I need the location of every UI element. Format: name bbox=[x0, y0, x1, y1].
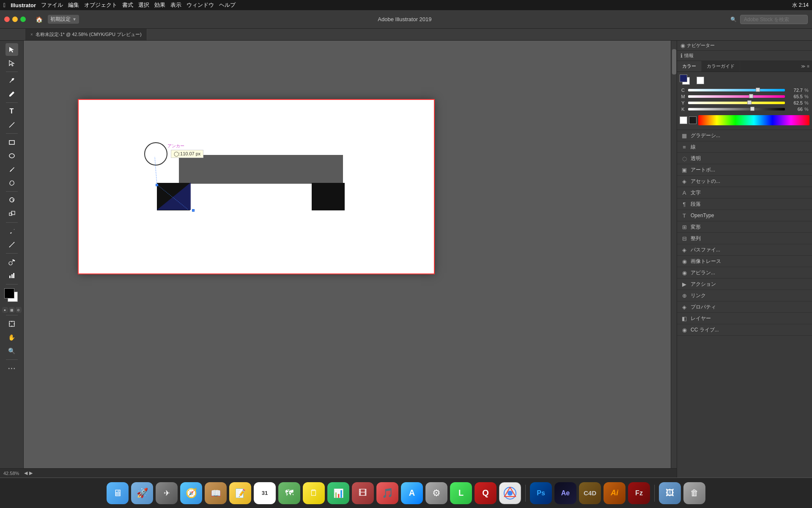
rotate-tool[interactable] bbox=[5, 194, 18, 207]
anchor-point-1[interactable] bbox=[156, 184, 158, 186]
dock-cinema4d[interactable]: C4D bbox=[579, 482, 601, 504]
black-rect-right[interactable] bbox=[312, 183, 345, 210]
panel-item-assets[interactable]: ◈ アセットの... bbox=[677, 176, 812, 187]
y-value[interactable]: 62.5 bbox=[787, 100, 803, 105]
color-spectrum[interactable] bbox=[698, 115, 809, 125]
color-mode-gradient[interactable]: ▦ bbox=[9, 307, 15, 313]
selection-tool[interactable] bbox=[5, 43, 18, 56]
menu-window[interactable]: ウィンドウ bbox=[187, 1, 214, 9]
prev-artboard[interactable]: ◀ bbox=[24, 470, 27, 476]
vertical-scrollbar[interactable] bbox=[671, 41, 677, 478]
m-slider-thumb[interactable] bbox=[749, 94, 753, 98]
color-mode-none[interactable]: ⊘ bbox=[16, 307, 22, 313]
dock-music[interactable]: 🎵 bbox=[376, 482, 398, 504]
panel-item-opentype[interactable]: T OpenType bbox=[677, 210, 812, 221]
dock-aftereffects[interactable]: Ae bbox=[554, 482, 576, 504]
panel-menu-icon[interactable]: ≡ bbox=[807, 64, 809, 69]
menu-view[interactable]: 表示 bbox=[170, 1, 181, 9]
tab-color[interactable]: カラー bbox=[677, 61, 702, 72]
panel-item-pathfinder[interactable]: ◈ パスファイ... bbox=[677, 244, 812, 256]
canvas-area[interactable]: アンカー ◯:110.07 px bbox=[24, 41, 677, 478]
m-slider[interactable] bbox=[688, 95, 785, 98]
artboard-tool[interactable] bbox=[5, 318, 18, 330]
black-swatch[interactable] bbox=[689, 116, 697, 124]
c-slider-thumb[interactable] bbox=[756, 88, 760, 92]
dock-photoshop[interactable]: Ps bbox=[530, 482, 552, 504]
stroke-square[interactable] bbox=[697, 77, 704, 84]
menu-select[interactable]: 選択 bbox=[138, 1, 149, 9]
dock-numbers[interactable]: 📊 bbox=[327, 482, 349, 504]
vscroll-thumb[interactable] bbox=[672, 49, 676, 75]
dock-chrome[interactable] bbox=[499, 482, 521, 504]
dock-filezilla[interactable]: Fz bbox=[628, 482, 650, 504]
line-tool[interactable] bbox=[5, 119, 18, 131]
dock-maps[interactable]: 🗺 bbox=[278, 482, 300, 504]
dock-keynote[interactable]: 🎞 bbox=[352, 482, 374, 504]
panel-item-paragraph[interactable]: ¶ 段落 bbox=[677, 199, 812, 210]
dock-calendar[interactable]: 31 bbox=[254, 482, 276, 504]
dock-qbrowser[interactable]: Q bbox=[475, 482, 497, 504]
panel-item-align[interactable]: ⊟ 整列 bbox=[677, 233, 812, 244]
pen-tool[interactable] bbox=[5, 74, 18, 87]
symbol-sprayer-tool[interactable] bbox=[5, 256, 18, 268]
ellipse-tool[interactable] bbox=[5, 149, 18, 162]
paintbrush-tool[interactable] bbox=[5, 163, 18, 176]
workspace-chevron[interactable]: ▼ bbox=[72, 17, 77, 22]
foreground-color-swatch[interactable] bbox=[4, 288, 14, 298]
gray-rect[interactable] bbox=[179, 155, 343, 184]
dock-trash[interactable]: 🗑 bbox=[683, 482, 705, 504]
color-swatches[interactable] bbox=[4, 288, 19, 304]
panel-expand-icon[interactable]: ≫ bbox=[801, 64, 805, 69]
minimize-button[interactable] bbox=[12, 17, 18, 22]
measure-tool[interactable] bbox=[5, 238, 18, 251]
panel-item-image-trace[interactable]: ◉ 画像トレース bbox=[677, 256, 812, 267]
scale-tool[interactable] bbox=[5, 207, 18, 220]
anchor-point-2[interactable] bbox=[192, 209, 195, 212]
navigator-row[interactable]: ◉ ナビゲーター bbox=[677, 41, 812, 51]
tab-color-guide[interactable]: カラーガイド bbox=[702, 61, 740, 72]
dock-app3[interactable]: ✈ bbox=[156, 482, 178, 504]
panel-item-links[interactable]: ⊕ リンク bbox=[677, 290, 812, 301]
k-slider[interactable] bbox=[688, 108, 785, 110]
panel-item-type[interactable]: A 文字 bbox=[677, 187, 812, 199]
dock-contacts[interactable]: 📖 bbox=[205, 482, 227, 504]
maximize-button[interactable] bbox=[20, 17, 26, 22]
dock-finder[interactable]: 🖥 bbox=[107, 482, 129, 504]
more-tools-button[interactable]: • • • bbox=[5, 362, 18, 375]
white-swatch[interactable] bbox=[680, 116, 687, 124]
close-button[interactable] bbox=[4, 17, 10, 22]
fill-stroke-icons[interactable] bbox=[680, 75, 693, 86]
c-value[interactable]: 72.7 bbox=[787, 88, 803, 93]
y-slider[interactable] bbox=[688, 102, 785, 104]
dock-appstore[interactable]: A bbox=[401, 482, 423, 504]
panel-item-gradient[interactable]: ▦ グラデーシ... bbox=[677, 130, 812, 141]
eyedropper-tool[interactable] bbox=[5, 225, 18, 237]
panel-item-properties[interactable]: ◈ プロパティ bbox=[677, 301, 812, 313]
stock-search-input[interactable] bbox=[740, 15, 808, 24]
menu-file[interactable]: ファイル bbox=[41, 1, 63, 9]
panel-item-layers[interactable]: ◧ レイヤー bbox=[677, 313, 812, 324]
app-menu-illustrator[interactable]: Illustrator bbox=[11, 2, 36, 8]
menu-type[interactable]: 書式 bbox=[122, 1, 133, 9]
color-mode-color[interactable]: ● bbox=[2, 307, 8, 313]
panel-item-cc-libraries[interactable]: ◉ CC ライブ... bbox=[677, 324, 812, 336]
type-tool[interactable]: T bbox=[5, 105, 18, 118]
menu-edit[interactable]: 編集 bbox=[68, 1, 79, 9]
panel-item-artboard[interactable]: ▣ アートボ... bbox=[677, 164, 812, 176]
tab-close-icon[interactable]: × bbox=[30, 32, 33, 37]
m-value[interactable]: 65.5 bbox=[787, 94, 803, 99]
info-row[interactable]: ℹ 情報 bbox=[677, 51, 812, 61]
bar-graph-tool[interactable] bbox=[5, 269, 18, 282]
apple-menu[interactable]:  bbox=[3, 2, 5, 8]
panel-item-appearance[interactable]: ◉ アピラン... bbox=[677, 267, 812, 279]
dock-illustrator[interactable]: Ai bbox=[604, 482, 625, 504]
y-slider-thumb[interactable] bbox=[747, 100, 752, 105]
dock-safari[interactable]: 🧭 bbox=[180, 482, 202, 504]
menu-object[interactable]: オブジェクト bbox=[84, 1, 117, 9]
fill-box[interactable] bbox=[680, 75, 687, 82]
menu-help[interactable]: ヘルプ bbox=[219, 1, 236, 9]
dock-syspreferences[interactable]: ⚙ bbox=[425, 482, 447, 504]
rectangle-tool[interactable] bbox=[5, 136, 18, 149]
panel-item-transform[interactable]: ⊞ 変形 bbox=[677, 221, 812, 233]
dock-line[interactable]: L bbox=[450, 482, 472, 504]
